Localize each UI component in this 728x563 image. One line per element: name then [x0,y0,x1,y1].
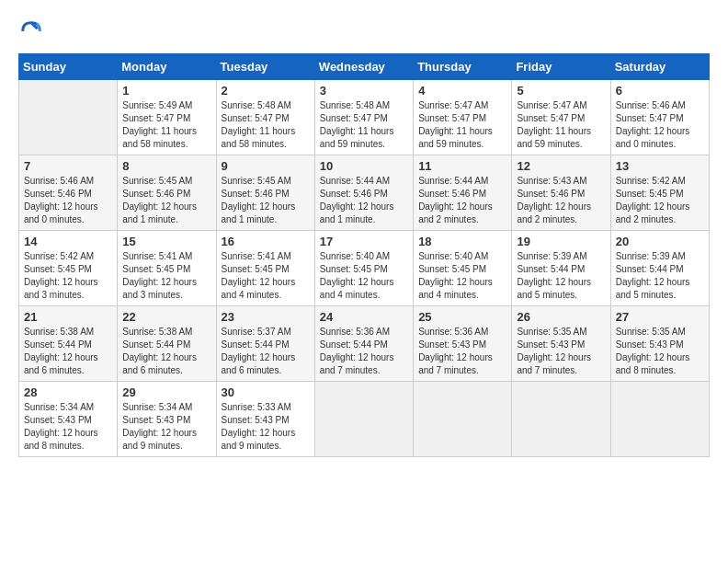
day-cell: 2 Sunrise: 5:48 AMSunset: 5:47 PMDayligh… [216,80,314,155]
day-detail: Sunrise: 5:39 AMSunset: 5:44 PMDaylight:… [517,250,605,302]
day-cell: 7 Sunrise: 5:46 AMSunset: 5:46 PMDayligh… [19,155,118,231]
header-saturday: Saturday [610,54,709,80]
day-number: 4 [418,84,506,98]
day-cell: 8 Sunrise: 5:45 AMSunset: 5:46 PMDayligh… [118,155,216,231]
day-number: 24 [320,310,408,324]
day-cell: 15 Sunrise: 5:41 AMSunset: 5:45 PMDaylig… [118,231,216,306]
logo-icon [18,18,44,44]
day-detail: Sunrise: 5:41 AMSunset: 5:45 PMDaylight:… [122,250,210,302]
day-cell: 22 Sunrise: 5:38 AMSunset: 5:44 PMDaylig… [118,306,216,382]
day-detail: Sunrise: 5:40 AMSunset: 5:45 PMDaylight:… [418,250,506,302]
header-wednesday: Wednesday [314,54,413,80]
header-row: SundayMondayTuesdayWednesdayThursdayFrid… [19,54,710,80]
day-detail: Sunrise: 5:34 AMSunset: 5:43 PMDaylight:… [24,401,112,453]
day-cell: 24 Sunrise: 5:36 AMSunset: 5:44 PMDaylig… [314,306,413,382]
day-number: 5 [517,84,605,98]
day-number: 17 [320,235,408,248]
day-detail: Sunrise: 5:42 AMSunset: 5:45 PMDaylight:… [24,250,112,302]
header-monday: Monday [118,54,216,80]
day-cell: 21 Sunrise: 5:38 AMSunset: 5:44 PMDaylig… [19,306,118,382]
header-thursday: Thursday [414,54,512,80]
day-cell: 27 Sunrise: 5:35 AMSunset: 5:43 PMDaylig… [610,306,709,382]
day-detail: Sunrise: 5:43 AMSunset: 5:46 PMDaylight:… [517,175,605,226]
day-detail: Sunrise: 5:44 AMSunset: 5:46 PMDaylight:… [320,175,408,226]
day-cell: 4 Sunrise: 5:47 AMSunset: 5:47 PMDayligh… [414,80,512,155]
day-number: 16 [222,235,310,248]
day-detail: Sunrise: 5:39 AMSunset: 5:44 PMDaylight:… [616,250,704,302]
logo [18,18,48,44]
day-detail: Sunrise: 5:37 AMSunset: 5:44 PMDaylight:… [222,326,310,377]
day-detail: Sunrise: 5:42 AMSunset: 5:45 PMDaylight:… [616,175,704,226]
calendar-table: SundayMondayTuesdayWednesdayThursdayFrid… [18,53,710,457]
day-number: 10 [320,159,408,173]
day-cell: 5 Sunrise: 5:47 AMSunset: 5:47 PMDayligh… [512,80,610,155]
day-number: 15 [122,235,210,248]
day-number: 30 [222,385,310,399]
day-number: 7 [24,159,112,173]
day-detail: Sunrise: 5:47 AMSunset: 5:47 PMDaylight:… [517,99,605,151]
week-row-1: 7 Sunrise: 5:46 AMSunset: 5:46 PMDayligh… [19,155,710,231]
day-number: 26 [517,310,605,324]
day-number: 13 [616,159,704,173]
day-number: 21 [24,310,112,324]
day-number: 22 [122,310,210,324]
week-row-3: 21 Sunrise: 5:38 AMSunset: 5:44 PMDaylig… [19,306,710,382]
day-cell: 28 Sunrise: 5:34 AMSunset: 5:43 PMDaylig… [19,382,118,457]
page-header [18,18,710,44]
day-number: 25 [418,310,506,324]
day-number: 28 [24,385,112,399]
day-number: 27 [616,310,704,324]
day-number: 8 [122,159,210,173]
day-detail: Sunrise: 5:35 AMSunset: 5:43 PMDaylight:… [616,326,704,377]
day-number: 6 [616,84,704,98]
day-number: 9 [222,159,310,173]
week-row-2: 14 Sunrise: 5:42 AMSunset: 5:45 PMDaylig… [19,231,710,306]
day-detail: Sunrise: 5:49 AMSunset: 5:47 PMDaylight:… [122,99,210,151]
day-number: 20 [616,235,704,248]
day-cell [414,382,512,457]
day-detail: Sunrise: 5:36 AMSunset: 5:43 PMDaylight:… [418,326,506,377]
day-cell: 14 Sunrise: 5:42 AMSunset: 5:45 PMDaylig… [19,231,118,306]
day-detail: Sunrise: 5:40 AMSunset: 5:45 PMDaylight:… [320,250,408,302]
day-cell: 26 Sunrise: 5:35 AMSunset: 5:43 PMDaylig… [512,306,610,382]
day-detail: Sunrise: 5:38 AMSunset: 5:44 PMDaylight:… [122,326,210,377]
day-cell: 18 Sunrise: 5:40 AMSunset: 5:45 PMDaylig… [414,231,512,306]
day-cell: 19 Sunrise: 5:39 AMSunset: 5:44 PMDaylig… [512,231,610,306]
day-cell: 29 Sunrise: 5:34 AMSunset: 5:43 PMDaylig… [118,382,216,457]
week-row-0: 1 Sunrise: 5:49 AMSunset: 5:47 PMDayligh… [19,80,710,155]
day-cell: 6 Sunrise: 5:46 AMSunset: 5:47 PMDayligh… [610,80,709,155]
day-number: 1 [122,84,210,98]
day-detail: Sunrise: 5:33 AMSunset: 5:43 PMDaylight:… [222,401,310,453]
day-detail: Sunrise: 5:45 AMSunset: 5:46 PMDaylight:… [222,175,310,226]
day-cell [314,382,413,457]
day-cell: 11 Sunrise: 5:44 AMSunset: 5:46 PMDaylig… [414,155,512,231]
header-tuesday: Tuesday [216,54,314,80]
day-detail: Sunrise: 5:38 AMSunset: 5:44 PMDaylight:… [24,326,112,377]
header-sunday: Sunday [19,54,118,80]
day-cell: 23 Sunrise: 5:37 AMSunset: 5:44 PMDaylig… [216,306,314,382]
day-cell [512,382,610,457]
day-cell: 13 Sunrise: 5:42 AMSunset: 5:45 PMDaylig… [610,155,709,231]
day-number: 29 [122,385,210,399]
day-cell: 20 Sunrise: 5:39 AMSunset: 5:44 PMDaylig… [610,231,709,306]
day-cell [610,382,709,457]
day-cell: 9 Sunrise: 5:45 AMSunset: 5:46 PMDayligh… [216,155,314,231]
day-number: 3 [320,84,408,98]
day-cell: 1 Sunrise: 5:49 AMSunset: 5:47 PMDayligh… [118,80,216,155]
day-cell: 10 Sunrise: 5:44 AMSunset: 5:46 PMDaylig… [314,155,413,231]
day-cell: 17 Sunrise: 5:40 AMSunset: 5:45 PMDaylig… [314,231,413,306]
day-detail: Sunrise: 5:45 AMSunset: 5:46 PMDaylight:… [122,175,210,226]
day-detail: Sunrise: 5:47 AMSunset: 5:47 PMDaylight:… [418,99,506,151]
day-cell: 30 Sunrise: 5:33 AMSunset: 5:43 PMDaylig… [216,382,314,457]
day-detail: Sunrise: 5:46 AMSunset: 5:46 PMDaylight:… [24,175,112,226]
week-row-4: 28 Sunrise: 5:34 AMSunset: 5:43 PMDaylig… [19,382,710,457]
day-number: 12 [517,159,605,173]
header-friday: Friday [512,54,610,80]
day-detail: Sunrise: 5:36 AMSunset: 5:44 PMDaylight:… [320,326,408,377]
day-detail: Sunrise: 5:48 AMSunset: 5:47 PMDaylight:… [222,99,310,151]
day-cell: 12 Sunrise: 5:43 AMSunset: 5:46 PMDaylig… [512,155,610,231]
day-detail: Sunrise: 5:44 AMSunset: 5:46 PMDaylight:… [418,175,506,226]
day-number: 23 [222,310,310,324]
day-cell: 25 Sunrise: 5:36 AMSunset: 5:43 PMDaylig… [414,306,512,382]
day-detail: Sunrise: 5:35 AMSunset: 5:43 PMDaylight:… [517,326,605,377]
